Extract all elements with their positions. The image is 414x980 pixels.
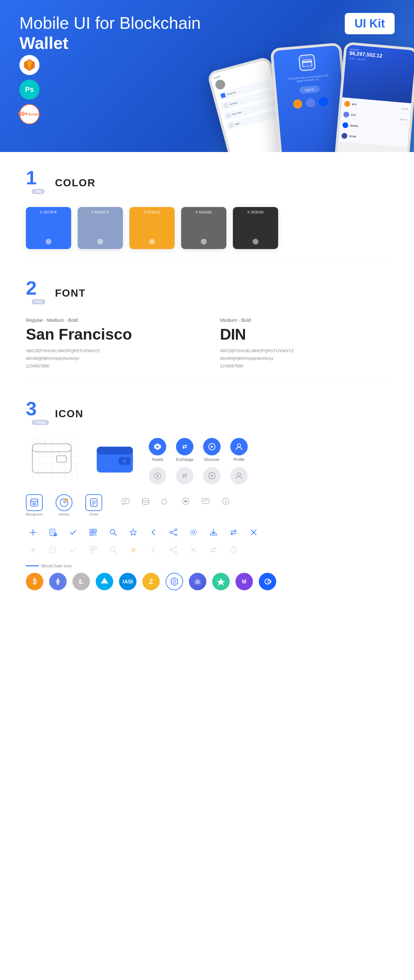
misc-icons-group <box>118 494 233 512</box>
nav-icons-row-2 <box>149 467 248 485</box>
assets-label: Assets <box>152 457 163 462</box>
svg-rect-60 <box>202 498 209 504</box>
color-section-header: 1 ONE COLOR <box>26 172 388 194</box>
section-number-2: 2 TWO <box>26 282 49 304</box>
misc-icons-row-1 <box>118 494 233 508</box>
icon-title: ICON <box>55 408 83 420</box>
svg-rect-22 <box>57 456 66 462</box>
icon-section-header: 3 THREE ICON <box>26 402 388 425</box>
svg-marker-124 <box>100 578 108 584</box>
download-icon <box>206 525 221 539</box>
blockchain-label: BlockChain Icon <box>26 563 388 568</box>
assets-gray-icon-item <box>149 467 166 485</box>
svg-point-90 <box>170 531 172 533</box>
svg-text:DASH: DASH <box>123 579 133 584</box>
svg-line-111 <box>172 550 175 552</box>
svg-rect-105 <box>94 547 96 549</box>
svg-rect-106 <box>90 550 93 553</box>
phone-mockups: Profile Mangment Message Real Caber <box>210 39 414 152</box>
font-grid: Regular · Medium · Bold San Francisco AB… <box>26 317 388 370</box>
kyber-icon <box>212 573 230 590</box>
litecoin-icon: Ł <box>72 573 90 590</box>
moon-icon <box>158 494 173 508</box>
discover-gray-icon <box>203 467 221 485</box>
svg-marker-127 <box>171 578 178 585</box>
svg-point-59 <box>184 500 187 503</box>
main-content: 1 ONE COLOR # 3574FA # 8DA0C8 # F5A623 #… <box>0 152 414 616</box>
crypto-icons: ₿ Ł <box>26 573 388 590</box>
svg-text:Z: Z <box>149 578 153 585</box>
svg-point-34 <box>237 444 240 447</box>
svg-line-93 <box>172 533 175 535</box>
exchange-icon <box>176 438 193 455</box>
svg-rect-40 <box>31 499 38 506</box>
svg-text:₿: ₿ <box>33 578 37 585</box>
add-icon <box>26 525 40 539</box>
chat-icon <box>118 494 132 508</box>
star-icon <box>126 525 140 539</box>
hero-title: Mobile UI for Blockchain Wallet <box>19 13 213 53</box>
svg-rect-76 <box>91 530 92 531</box>
section-number-3: 3 THREE <box>26 402 49 425</box>
color-title: COLOR <box>55 177 96 189</box>
svg-text:M: M <box>242 579 246 584</box>
share-icon <box>166 525 180 539</box>
svg-point-28 <box>123 459 126 463</box>
history-icon: ! <box>56 494 72 511</box>
discover-label: Discover <box>204 457 220 462</box>
toolbar-icons-row-1 <box>26 525 388 539</box>
svg-line-87 <box>114 533 116 536</box>
management-icon <box>26 494 43 511</box>
svg-point-57 <box>142 498 149 501</box>
svg-point-119 <box>233 548 234 549</box>
font-san-francisco: Regular · Medium · Bold San Francisco AB… <box>26 317 194 370</box>
svg-rect-6 <box>303 61 312 63</box>
font-title: FONT <box>55 287 86 299</box>
svg-point-114 <box>175 552 177 554</box>
icon-grid-main: Assets Exchange <box>26 438 388 485</box>
svg-point-113 <box>170 549 172 551</box>
bottom-spacer <box>26 590 388 603</box>
hero-badges: Ps 60+ Screens <box>19 55 40 124</box>
profile-icon <box>230 438 248 455</box>
swap-icon <box>226 525 240 539</box>
swatch-slate: # 8DA0C8 <box>78 207 123 249</box>
profile-icon-item: Profile <box>230 438 248 462</box>
close-icon <box>247 525 261 539</box>
app-icons-row: Mangment ! History <box>26 494 388 516</box>
zcash-icon: Z <box>142 573 160 590</box>
svg-rect-78 <box>94 530 96 531</box>
svg-rect-95 <box>210 534 217 535</box>
discover-icon <box>203 438 221 455</box>
svg-text:!: ! <box>66 499 67 501</box>
svg-point-31 <box>156 446 158 448</box>
svg-line-92 <box>172 530 175 532</box>
solid-wallet-icon <box>94 438 136 480</box>
waves-icon <box>96 573 113 590</box>
svg-text:Ł: Ł <box>79 578 83 585</box>
exchange-icon-item: Exchange <box>176 438 193 462</box>
svg-rect-41 <box>31 499 38 502</box>
back-icon <box>146 525 161 539</box>
svg-marker-131 <box>217 578 225 586</box>
toolbar-icons-row-2 <box>26 543 388 557</box>
svg-rect-80 <box>91 534 92 535</box>
status-icon <box>189 573 206 590</box>
exchange-gray-icon <box>176 467 193 485</box>
svg-point-65 <box>225 500 226 500</box>
loopring-icon <box>259 573 276 590</box>
svg-marker-128 <box>173 579 176 584</box>
svg-line-110 <box>172 548 175 549</box>
svg-rect-54 <box>122 498 129 504</box>
svg-marker-121 <box>56 578 60 582</box>
discover-gray-icon-item <box>203 467 221 485</box>
ethereum-icon <box>49 573 67 590</box>
svg-point-91 <box>175 534 177 536</box>
font-section-header: 2 TWO FONT <box>26 282 388 304</box>
order-icon-item: Order <box>85 494 102 516</box>
matic-icon: M <box>236 573 253 590</box>
discover-icon-item: Discover <box>203 438 221 462</box>
svg-point-94 <box>192 531 195 534</box>
screens-badge: 60+ Screens <box>19 104 40 124</box>
search-icon <box>106 525 120 539</box>
